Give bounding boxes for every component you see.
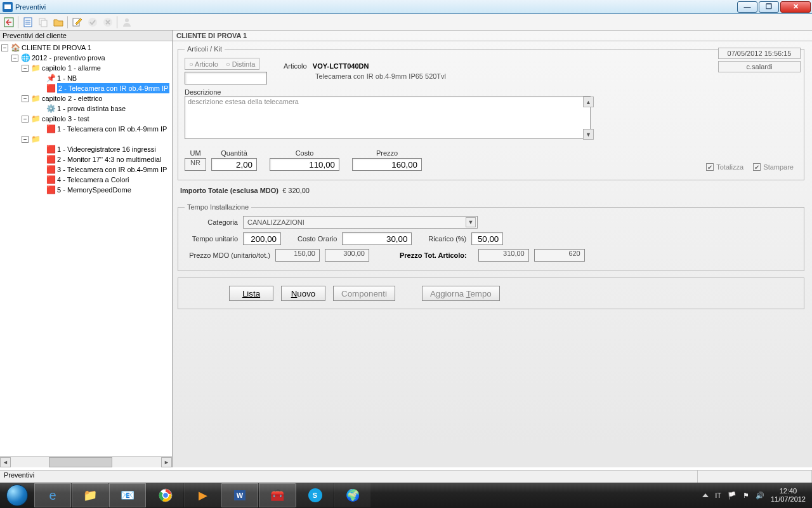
folder-icon: 📁 (83, 488, 97, 502)
tree-quote[interactable]: 2012 - preventivo prova (32, 53, 105, 63)
left-pane-header: Preventivi del cliente (0, 30, 172, 41)
task-word[interactable]: W (221, 483, 258, 507)
action-buttons-group: Lista Nuovo Componenti Aggiorna Tempo (178, 277, 804, 309)
task-chrome[interactable] (147, 483, 183, 507)
quantita-input[interactable] (211, 158, 257, 171)
task-globe[interactable]: 🌍 (334, 483, 370, 507)
svg-point-10 (125, 18, 129, 22)
lang-indicator[interactable]: IT (715, 491, 721, 499)
toolbox-icon: 🧰 (270, 488, 284, 502)
task-ie[interactable]: e (34, 483, 71, 507)
globe-icon: 🌐 (20, 53, 30, 63)
componenti-button: Componenti (333, 286, 395, 301)
svg-point-13 (162, 493, 168, 498)
task-outlook[interactable]: 📧 (109, 483, 146, 507)
costo-input[interactable] (270, 158, 339, 171)
scroll-up-icon[interactable]: ▲ (583, 97, 594, 107)
radio-articolo[interactable]: ○ Articolo (189, 60, 218, 68)
importo-label: Importo Totale (esclusa MDO) (180, 187, 278, 194)
flag-icon[interactable]: 🏳️ (728, 491, 737, 500)
task-media[interactable]: ▶ (184, 483, 221, 507)
tray-overflow-icon[interactable] (702, 493, 709, 497)
task-skype[interactable]: S (296, 483, 333, 507)
start-button[interactable] (0, 483, 34, 508)
tree-item[interactable]: 1 - NB (57, 73, 77, 83)
descrizione-label: Descrizione (185, 88, 797, 96)
tree-view[interactable]: −🏠CLIENTE DI PROVA 1 −🌐2012 - preventivo… (0, 41, 172, 456)
prezzo-mdo-tot: 300,00 (325, 249, 369, 262)
costo-orario-input[interactable] (342, 232, 412, 245)
type-radio-group: ○ Articolo ○ Distinta (185, 58, 259, 70)
prezzo-mdo-label: Prezzo MDO (unitario/tot.) (185, 251, 270, 259)
totalizza-checkbox: ✔ (706, 163, 714, 171)
prezzo-tot-unit: 310,00 (478, 249, 529, 262)
tree-chapter[interactable]: capitolo 2 - elettrico (42, 93, 102, 104)
tree-item-selected[interactable]: 2 - Telecamera con IR ob.4-9mm IP (57, 83, 169, 93)
tree-root[interactable]: CLIENTE DI PROVA 1 (22, 43, 91, 53)
action-center-icon[interactable]: ⚑ (743, 491, 749, 500)
scroll-left-icon[interactable]: ◄ (0, 457, 11, 467)
volume-icon[interactable]: 🔊 (756, 491, 764, 500)
tempo-unitario-label: Tempo unitario (185, 235, 238, 243)
articolo-code: VOY-LCTT040DN (313, 62, 369, 70)
ricarico-input[interactable] (471, 232, 503, 245)
item-icon: 🟥 (46, 124, 56, 134)
skype-icon: S (308, 488, 322, 502)
tree-item[interactable]: 1 - Telecamera con IR ob.4-9mm IP (57, 124, 167, 134)
edit-icon[interactable] (71, 16, 84, 29)
scroll-right-icon[interactable]: ► (161, 457, 172, 467)
tree-chapter[interactable]: capitolo 1 - allarme (42, 63, 101, 73)
article-search-input[interactable] (185, 72, 267, 84)
prezzo-tot-label: Prezzo Tot. Articolo: (400, 251, 467, 259)
tree-item[interactable]: 3 - Telecamera con IR ob.4-9mm IP (57, 164, 167, 175)
exit-icon[interactable] (3, 16, 15, 29)
scroll-thumb[interactable] (49, 457, 112, 467)
prezzo-input[interactable] (352, 158, 422, 171)
tree-item[interactable]: 1 - Videoregistratore 16 ingressi (57, 144, 156, 154)
folder-icon[interactable] (52, 16, 65, 29)
system-tray[interactable]: IT 🏳️ ⚑ 🔊 12:40 11/07/2012 (696, 487, 812, 504)
um-value: NR (185, 158, 206, 171)
check-icon[interactable] (86, 16, 99, 29)
cancel-icon[interactable] (102, 16, 114, 29)
status-empty (698, 471, 812, 483)
window-titlebar: Preventivi — ❐ ✕ (0, 0, 812, 14)
gear-icon: ⚙️ (46, 104, 56, 114)
horizontal-scrollbar[interactable]: ◄ ► (0, 456, 172, 467)
scroll-down-icon[interactable]: ▼ (583, 129, 594, 140)
descrizione-textarea[interactable] (185, 96, 591, 139)
categoria-select[interactable]: CANALIZZAZIONI▼ (243, 216, 478, 229)
task-explorer[interactable]: 📁 (72, 483, 108, 507)
windows-orb-icon (6, 485, 28, 506)
window-title: Preventivi (15, 3, 46, 11)
separator (67, 16, 69, 29)
importo-value: € 320,00 (282, 187, 310, 194)
nuovo-button[interactable]: Nuovo (281, 286, 325, 301)
maximize-button[interactable]: ❐ (759, 1, 779, 13)
word-icon: W (234, 490, 246, 500)
lista-button[interactable]: Lista (229, 286, 273, 301)
close-button[interactable]: ✕ (780, 1, 811, 13)
user-icon[interactable] (121, 16, 133, 29)
tree-item[interactable]: 1 - prova distinta base (57, 104, 126, 114)
tempo-unitario-input[interactable] (243, 232, 281, 245)
tree-item[interactable]: 4 - Telecamera a Colori (57, 175, 129, 185)
tree-item[interactable]: 2 - Monitor 17'' 4:3 no multimedial (57, 154, 161, 164)
tree-chapter[interactable]: capitolo 3 - test (42, 114, 89, 124)
record-user: c.salardi (718, 61, 801, 72)
document-icon[interactable] (22, 16, 34, 29)
copy-icon[interactable] (37, 16, 49, 29)
home-icon: 🏠 (10, 43, 20, 53)
taskbar-clock[interactable]: 12:40 11/07/2012 (771, 487, 806, 504)
tree-item[interactable]: 5 - MemorySpeedDome (57, 185, 131, 195)
task-app[interactable]: 🧰 (259, 483, 296, 507)
minimize-button[interactable]: — (737, 1, 757, 13)
um-label: UM (190, 149, 200, 157)
radio-distinta[interactable]: ○ Distinta (226, 60, 255, 68)
aggiorna-tempo-button: Aggiorna Tempo (422, 286, 500, 301)
articolo-subtitle: Telecamera con IR ob.4-9mm IP65 520Tvl (315, 72, 446, 80)
item-icon: 🟥 (46, 185, 56, 195)
windows-taskbar[interactable]: e 📁 📧 ▶ W 🧰 S 🌍 IT 🏳️ ⚑ 🔊 12:40 11/07/20… (0, 483, 812, 508)
prezzo-mdo-unit: 150,00 (275, 249, 320, 262)
totalizza-label: Totalizza (716, 163, 743, 171)
